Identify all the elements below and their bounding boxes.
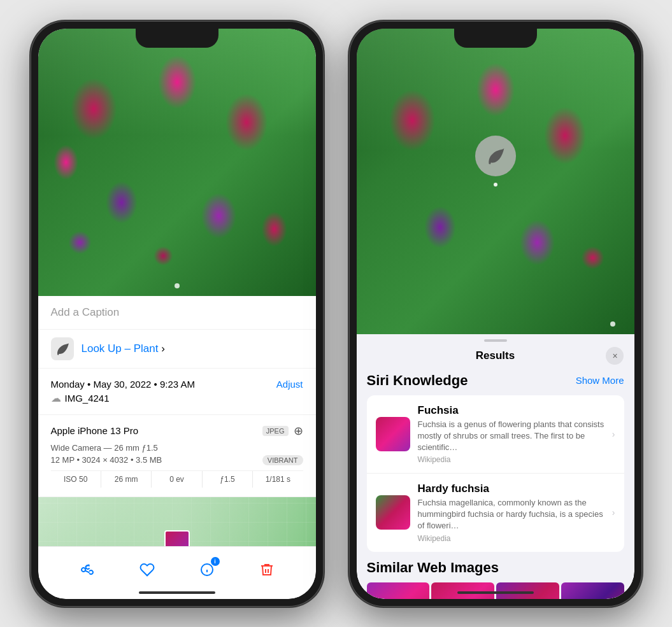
home-indicator bbox=[139, 591, 215, 594]
date-section: Monday • May 30, 2022 • 9:23 AM Adjust ☁… bbox=[38, 369, 316, 415]
show-more-button[interactable]: Show More bbox=[576, 375, 624, 386]
web-image-1[interactable] bbox=[367, 582, 430, 599]
exif-shutter: 1/181 s bbox=[253, 471, 303, 488]
camera-detail: Wide Camera — 26 mm ƒ1.5 bbox=[51, 443, 303, 453]
page-dot-indicator-2 bbox=[610, 321, 615, 327]
knowledge-card: Fuchsia Fuchsia is a genus of flowering … bbox=[367, 395, 624, 552]
phone-2: Results × Siri Knowledge Show More bbox=[349, 21, 642, 607]
results-panel: Results × Siri Knowledge Show More bbox=[357, 334, 634, 599]
exif-iso: ISO 50 bbox=[51, 471, 101, 488]
siri-knowledge-title: Siri Knowledge bbox=[367, 372, 468, 389]
location-icon: ⊕ bbox=[294, 424, 303, 438]
visual-lookup-button[interactable] bbox=[475, 136, 516, 176]
cloud-icon: ☁ bbox=[51, 392, 61, 404]
exif-row: ISO 50 26 mm 0 ev ƒ1.5 1/181 s bbox=[51, 470, 303, 488]
notch bbox=[136, 29, 218, 48]
fuchsia-thumbnail bbox=[376, 417, 410, 451]
photo2-image[interactable] bbox=[357, 29, 634, 334]
page-dot-indicator bbox=[175, 283, 180, 288]
map-thumbnail-photo bbox=[164, 530, 190, 546]
camera-model: Apple iPhone 13 Pro bbox=[51, 425, 139, 436]
filename-text: IMG_4241 bbox=[65, 393, 110, 404]
fuchsia-chevron: › bbox=[612, 429, 615, 439]
lookup-row[interactable]: Look Up – Plant › bbox=[38, 330, 316, 369]
web-image-4[interactable] bbox=[561, 582, 624, 599]
lookup-icon bbox=[51, 337, 74, 360]
phone-1: Add a Caption Look Up – Plant › bbox=[31, 21, 324, 607]
lookup-label: Look Up – Plant › bbox=[82, 342, 165, 355]
hardy-fuchsia-item[interactable]: Hardy fuchsia Fuchsia magellanica, commo… bbox=[367, 474, 624, 552]
close-button[interactable]: × bbox=[606, 347, 624, 365]
format-badge: JPEG bbox=[262, 426, 289, 436]
results-header: Results × bbox=[357, 344, 634, 372]
fuchsia-text: Fuchsia Fuchsia is a genus of flowering … bbox=[418, 404, 604, 465]
caption-area[interactable]: Add a Caption bbox=[38, 296, 316, 330]
photo-info-section: Add a Caption Look Up – Plant › bbox=[38, 296, 316, 546]
exif-ev: 0 ev bbox=[152, 471, 202, 488]
handle-bar bbox=[484, 339, 507, 342]
home-indicator-2 bbox=[457, 591, 534, 594]
share-button[interactable] bbox=[73, 556, 101, 584]
fuchsia-desc: Fuchsia is a genus of flowering plants t… bbox=[418, 419, 604, 454]
hardy-fuchsia-desc: Fuchsia magellanica, commonly known as t… bbox=[418, 497, 604, 532]
adjust-button[interactable]: Adjust bbox=[276, 379, 303, 390]
vibrant-badge: VIBRANT bbox=[262, 455, 303, 465]
lookup-dot bbox=[494, 183, 497, 187]
hardy-fuchsia-name: Hardy fuchsia bbox=[418, 483, 604, 495]
map-section[interactable] bbox=[38, 497, 316, 546]
fuchsia-item[interactable]: Fuchsia Fuchsia is a genus of flowering … bbox=[367, 395, 624, 474]
hardy-fuchsia-text: Hardy fuchsia Fuchsia magellanica, commo… bbox=[418, 483, 604, 543]
exif-aperture: ƒ1.5 bbox=[203, 471, 253, 488]
results-content: Siri Knowledge Show More Fuchsia Fuchsia… bbox=[357, 372, 634, 599]
info-badge: i bbox=[211, 557, 220, 566]
siri-knowledge-header: Siri Knowledge Show More bbox=[367, 372, 624, 389]
photo-image[interactable] bbox=[38, 29, 316, 296]
hardy-fuchsia-chevron: › bbox=[612, 507, 615, 518]
fuchsia-name: Fuchsia bbox=[418, 404, 604, 417]
fuchsia-source: Wikipedia bbox=[418, 455, 604, 464]
web-images-title: Similar Web Images bbox=[367, 560, 624, 576]
caption-placeholder[interactable]: Add a Caption bbox=[51, 306, 120, 318]
like-button[interactable] bbox=[133, 556, 161, 584]
date-text: Monday • May 30, 2022 • 9:23 AM bbox=[51, 379, 195, 390]
camera-specs: 12 MP • 3024 × 4032 • 3.5 MB bbox=[51, 455, 162, 465]
delete-button[interactable] bbox=[253, 556, 281, 584]
notch-2 bbox=[454, 29, 537, 48]
leaf-icon bbox=[55, 341, 70, 356]
results-title: Results bbox=[476, 349, 515, 362]
drag-handle[interactable] bbox=[357, 334, 634, 344]
hardy-fuchsia-thumbnail bbox=[376, 495, 410, 530]
camera-section: Apple iPhone 13 Pro JPEG ⊕ Wide Camera —… bbox=[38, 415, 316, 497]
exif-focal: 26 mm bbox=[101, 471, 152, 488]
info-button[interactable]: i bbox=[193, 556, 221, 584]
hardy-fuchsia-source: Wikipedia bbox=[418, 534, 604, 543]
